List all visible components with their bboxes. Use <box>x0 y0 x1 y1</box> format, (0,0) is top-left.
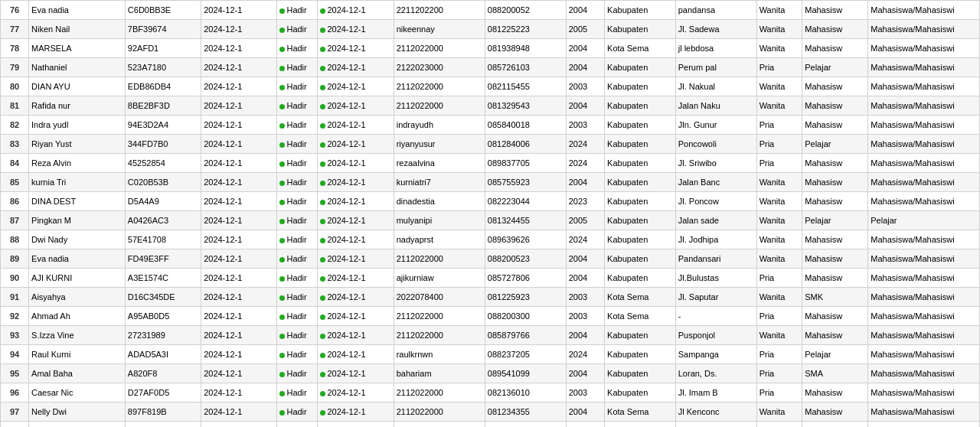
table-row[interactable]: 83Riyan Yust344FD7B02024-12-1Hadir2024-1… <box>1 135 980 154</box>
table-cell: Kota Sema <box>605 403 676 422</box>
table-cell: 2004 <box>566 39 604 58</box>
table-row[interactable]: 76Eva nadiaC6D0BB3E2024-12-1Hadir2024-12… <box>1 1 980 20</box>
table-cell: 2003 <box>566 288 604 307</box>
table-cell: Kabupaten <box>605 20 676 39</box>
table-row[interactable]: 82Indra yudl94E3D2A42024-12-1Hadir2024-1… <box>1 116 980 135</box>
table-cell: 2024-12-1 <box>201 116 277 135</box>
table-cell: Sampanga <box>675 345 756 364</box>
table-cell: 57E41708 <box>125 230 201 249</box>
table-cell: 2024 <box>566 345 604 364</box>
date-dot <box>320 181 325 186</box>
table-cell: Eva nadia <box>29 1 126 20</box>
table-row[interactable]: 87Pingkan MA0426AC32024-12-1Hadir2024-12… <box>1 211 980 230</box>
table-row[interactable]: 85kurnia TriC020B53B2024-12-1Hadir2024-1… <box>1 173 980 192</box>
table-cell: Kabupaten <box>605 249 676 269</box>
table-row[interactable]: 90AJI KURNIA3E1574C2024-12-1Hadir2024-12… <box>1 269 980 288</box>
table-cell: 2024-12-1 <box>201 230 277 249</box>
table-cell: 081324455 <box>485 211 566 230</box>
table-cell: 2024-12-1 <box>318 173 394 192</box>
table-cell: Ahmad Ah <box>29 307 126 326</box>
status-dot <box>279 295 285 301</box>
table-cell: Hadir <box>277 230 318 249</box>
status-dot <box>279 276 285 282</box>
date-dot <box>320 8 325 14</box>
table-cell: Wanita <box>756 192 802 211</box>
date-dot <box>320 85 325 90</box>
table-cell: 90 <box>1 269 29 288</box>
table-cell: 82 <box>1 116 29 135</box>
table-cell: 92AFD1 <box>125 39 201 58</box>
table-row[interactable]: 96Caesar NicD27AF0D52024-12-1Hadir2024-1… <box>1 383 980 403</box>
table-cell: Hadir <box>277 249 318 269</box>
table-row[interactable]: 94Raul KurniADAD5A3I2024-12-1Hadir2024-1… <box>1 345 980 364</box>
table-cell: 082115455 <box>485 77 566 96</box>
table-cell: Mahasiswa/Mahasiswi <box>868 135 980 154</box>
table-row[interactable]: 98Suci ayu klDBC36E742024-12-1Hadir2024-… <box>1 422 980 428</box>
table-row[interactable]: 81Rafida nur8BE2BF3D2024-12-1Hadir2024-1… <box>1 96 980 116</box>
table-cell: 082136010 <box>485 383 566 403</box>
table-cell: Mahasiswa/Mahasiswi <box>868 77 980 96</box>
table-row[interactable]: 97Nelly Dwi897F819B2024-12-1Hadir2024-12… <box>1 403 980 422</box>
table-cell: Hadir <box>277 403 318 422</box>
table-cell: Suci ayu kl <box>29 422 126 428</box>
table-cell: Jln. Gunur <box>675 116 756 135</box>
table-cell: Pria <box>756 307 802 326</box>
date-dot <box>320 47 325 52</box>
table-cell: Jl. Jodhipa <box>675 230 756 249</box>
table-row[interactable]: 93S.Izza Vine272319892024-12-1Hadir2024-… <box>1 326 980 345</box>
table-cell: Mahasiswa/Mahasiswi <box>868 230 980 249</box>
table-row[interactable]: 78MARSELA92AFD12024-12-1Hadir2024-12-121… <box>1 39 980 58</box>
table-row[interactable]: 91AisyahyaD16C345DE2024-12-1Hadir2024-12… <box>1 288 980 307</box>
table-cell: Hadir <box>277 326 318 345</box>
table-cell: 93 <box>1 326 29 345</box>
table-cell: Hadir <box>277 173 318 192</box>
table-cell: 2112022000 <box>394 422 485 428</box>
table-cell: dinadestia <box>394 192 485 211</box>
table-row[interactable]: 79Nathaniel523A71802024-12-1Hadir2024-12… <box>1 58 980 77</box>
table-cell: 83 <box>1 135 29 154</box>
table-cell: A3E1574C <box>125 269 201 288</box>
table-cell: A820F8 <box>125 364 201 383</box>
table-cell: ajikurniaw <box>394 269 485 288</box>
table-cell: bahariam <box>394 364 485 383</box>
table-cell: Dwi Nady <box>29 230 126 249</box>
table-row[interactable]: 77Niken Nail7BF396742024-12-1Hadir2024-1… <box>1 20 980 39</box>
table-row[interactable]: 86DINA DESTD5A4A92024-12-1Hadir2024-12-1… <box>1 192 980 211</box>
table-cell: kurniatri7 <box>394 173 485 192</box>
table-cell: Mahasisw <box>802 116 868 135</box>
table-cell: AJI KURNI <box>29 269 126 288</box>
table-cell: Niken Nail <box>29 20 126 39</box>
table-cell: 95 <box>1 364 29 383</box>
table-cell: Jl.Bulustas <box>675 269 756 288</box>
table-row[interactable]: 92Ahmad AhA95AB0D52024-12-1Hadir2024-12-… <box>1 307 980 326</box>
table-cell: 085726103 <box>485 58 566 77</box>
table-cell: Jl. Poncow <box>675 192 756 211</box>
table-row[interactable]: 80DIAN AYUEDB86DB42024-12-1Hadir2024-12-… <box>1 77 980 96</box>
table-cell: Wanita <box>756 230 802 249</box>
date-dot <box>320 28 325 33</box>
table-cell: Mahasiswa/Mahasiswi <box>868 326 980 345</box>
date-dot <box>320 410 325 416</box>
table-cell: 2004 <box>566 96 604 116</box>
table-cell: Wanita <box>756 288 802 307</box>
table-cell: 2024-12-1 <box>318 422 394 428</box>
table-cell: 2024-12-1 <box>318 288 394 307</box>
table-cell: Kabupaten <box>605 211 676 230</box>
table-cell: Jl. Nakual <box>675 77 756 96</box>
table-row[interactable]: 88Dwi Nady57E417082024-12-1Hadir2024-12-… <box>1 230 980 249</box>
table-cell: raulkrnwn <box>394 345 485 364</box>
table-cell: 2024-12-1 <box>318 269 394 288</box>
table-cell: Mahasisw <box>802 154 868 173</box>
table-cell: 2004 <box>566 173 604 192</box>
table-cell: Kabupaten <box>605 345 676 364</box>
table-row[interactable]: 89Eva nadiaFD49E3FF2024-12-1Hadir2024-12… <box>1 249 980 269</box>
table-cell: 2112022000 <box>394 403 485 422</box>
table-row[interactable]: 95Amal BahaA820F82024-12-1Hadir2024-12-1… <box>1 364 980 383</box>
table-row[interactable]: 84Reza Alvin452528542024-12-1Hadir2024-1… <box>1 154 980 173</box>
date-dot <box>320 334 325 339</box>
table-cell: Mahasisw <box>802 403 868 422</box>
table-cell: Wanita <box>756 249 802 269</box>
table-cell: 2024 <box>566 230 604 249</box>
table-cell: 081329543 <box>485 96 566 116</box>
table-cell: 2024-12-1 <box>318 135 394 154</box>
